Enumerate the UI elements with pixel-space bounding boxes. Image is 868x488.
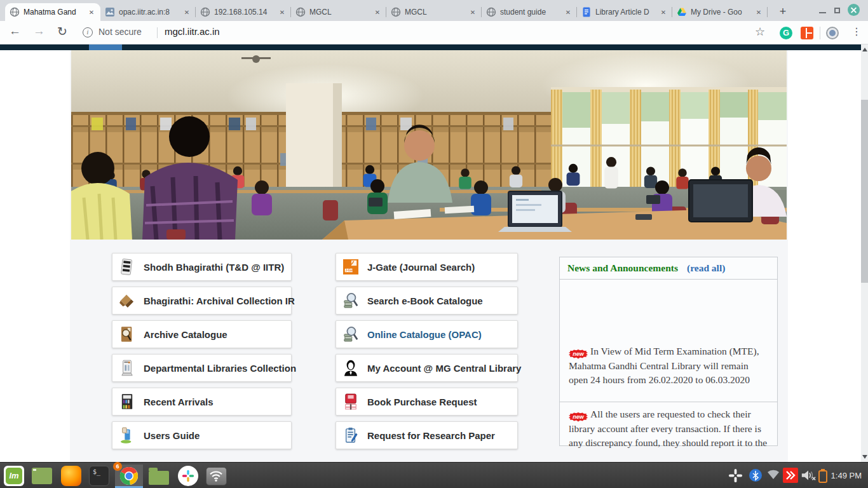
files-launcher[interactable]	[147, 464, 170, 487]
show-desktop-button[interactable]	[31, 464, 53, 487]
bluetooth-icon[interactable]	[749, 468, 763, 485]
news-item: newAll the users are requested to check …	[560, 402, 777, 450]
mint-menu-icon: lm	[4, 466, 24, 486]
tab-title: student guide	[500, 8, 560, 17]
link-card-recent-arrivals[interactable]: Recent Arrivals	[112, 388, 292, 416]
chrome-tab-count-badge: 6	[113, 462, 122, 471]
tab-ip-address[interactable]: 192.168.105.14 ✕	[196, 3, 291, 21]
browser-toolbar: ← → ↻ i Not secure mgcl.iitr.ac.in ☆ G ⋮	[0, 21, 868, 44]
tab-student-guide[interactable]: student guide ✕	[482, 3, 577, 21]
card-label: Shodh Bhagirathi (T&D @ IITR)	[144, 262, 284, 273]
page-scrollbar[interactable]	[861, 44, 868, 462]
tab-close-icon[interactable]: ✕	[659, 9, 668, 16]
slack-tray-icon[interactable]	[728, 468, 743, 485]
link-card-shodh-bhagirathi[interactable]: Shodh Bhagirathi (T&D @ IITR)	[112, 253, 292, 281]
scrollbar-down-arrow-icon[interactable]	[862, 455, 867, 459]
red-grid-extension-icon[interactable]	[801, 27, 813, 39]
forward-icon[interactable]: →	[33, 24, 45, 38]
window-minimize-button[interactable]	[819, 12, 826, 13]
link-card-opac[interactable]: Online Catalogue (OPAC)	[336, 320, 518, 348]
tab-close-icon[interactable]: ✕	[754, 9, 763, 16]
link-card-bhagirathi-archival[interactable]: Bhagirathi: Archival Collection IR	[112, 287, 292, 315]
tab-title: Library Article D	[595, 8, 656, 17]
archive-search-icon	[119, 325, 135, 344]
tab-title: opac.iitr.ac.in:8	[119, 8, 179, 17]
tab-title: My Drive - Goo	[691, 8, 751, 17]
link-card-research-paper-request[interactable]: Request for Research Paper	[336, 421, 518, 449]
security-label[interactable]: Not secure	[98, 27, 142, 37]
taskbar-clock[interactable]: 1:49 PM	[831, 463, 862, 488]
circle-badge-extension-icon[interactable]	[826, 27, 839, 39]
link-card-users-guide[interactable]: Users Guide	[112, 421, 292, 449]
tab-my-drive[interactable]: My Drive - Goo ✕	[672, 3, 768, 21]
desktop-screen: Mahatma Gand ✕ opac.iitr.ac.in:8 ✕ 192.1…	[0, 0, 868, 488]
svg-text:J-Gate: J-Gate	[346, 269, 355, 272]
files-icon	[149, 471, 169, 485]
news-item: newIn View of Mid Term Examination (MTE)…	[560, 280, 777, 402]
person-icon	[342, 358, 359, 377]
globe-icon	[391, 7, 401, 17]
news-panel: News and Announcements (read all) newIn …	[559, 257, 778, 446]
slack-launcher[interactable]	[177, 464, 200, 487]
site-info-icon[interactable]: i	[83, 27, 93, 37]
tab-close-icon[interactable]: ✕	[182, 9, 191, 16]
ribbon-icon	[119, 291, 135, 310]
bookmark-star-icon[interactable]: ☆	[755, 25, 765, 39]
globe-icon	[10, 7, 20, 17]
battery-icon[interactable]	[818, 469, 827, 485]
anydesk-icon[interactable]	[783, 468, 798, 485]
address-bar-url[interactable]: mgcl.iitr.ac.in	[165, 26, 220, 37]
site-navbar-active-item[interactable]	[89, 44, 122, 50]
link-card-jgate[interactable]: J-Gate J-Gate (Journal Search)	[336, 253, 518, 281]
card-label: Online Catalogue (OPAC)	[367, 329, 482, 340]
network-tool-launcher[interactable]	[205, 464, 227, 487]
search-books-icon	[342, 325, 359, 344]
guide-stand-icon	[119, 426, 135, 445]
news-item-text: In View of Mid Term Examination (MTE), M…	[569, 346, 759, 385]
grammarly-icon[interactable]: G	[780, 27, 792, 39]
tab-close-icon[interactable]: ✕	[373, 9, 382, 16]
reload-icon[interactable]: ↻	[57, 24, 67, 39]
link-card-search-ebook[interactable]: Search e-Book Catalogue	[336, 287, 518, 315]
tab-library-article[interactable]: Library Article D ✕	[577, 3, 672, 21]
news-read-all-link[interactable]: (read all)	[687, 262, 725, 274]
window-restore-button[interactable]	[834, 8, 840, 13]
tab-mgcl-1[interactable]: MGCL ✕	[291, 3, 386, 21]
image-icon	[105, 7, 115, 17]
tab-close-icon[interactable]: ✕	[87, 9, 96, 16]
scrollbar-up-arrow-icon[interactable]	[862, 48, 867, 51]
card-label: Departmental Libraries Collection	[144, 363, 296, 374]
url-divider	[157, 27, 158, 38]
link-card-my-account[interactable]: My Account @ MG Central Library	[336, 354, 518, 382]
globe-icon	[486, 7, 496, 17]
kiosk-icon	[119, 358, 135, 377]
taskbar: lm $_ 6	[0, 462, 868, 488]
card-label: My Account @ MG Central Library	[367, 363, 521, 374]
tab-mahatma-gandhi-library[interactable]: Mahatma Gand ✕	[5, 3, 100, 21]
tab-opac[interactable]: opac.iitr.ac.in:8 ✕	[100, 3, 196, 21]
card-label: Archive Catalogue	[144, 329, 227, 340]
terminal-launcher[interactable]: $_	[88, 464, 111, 487]
red-book-icon	[342, 392, 359, 411]
tab-close-icon[interactable]: ✕	[564, 9, 573, 16]
new-badge: new	[569, 349, 588, 359]
mint-menu-button[interactable]: lm	[3, 464, 25, 487]
link-card-book-purchase[interactable]: Book Purchase Request	[336, 388, 518, 416]
globe-icon	[295, 7, 306, 17]
firefox-launcher[interactable]	[60, 464, 83, 487]
tab-close-icon[interactable]: ✕	[468, 9, 477, 16]
clipboard-pencil-icon	[342, 426, 359, 445]
link-card-departmental-libraries[interactable]: Departmental Libraries Collection	[112, 354, 292, 382]
browser-menu-icon[interactable]: ⋮	[851, 25, 862, 37]
new-tab-button[interactable]: +	[774, 4, 792, 19]
scrollbar-thumb[interactable]	[861, 100, 868, 283]
wifi-icon[interactable]	[766, 468, 780, 483]
card-label: Recent Arrivals	[144, 396, 214, 407]
chrome-taskbar-button[interactable]: 6	[115, 464, 143, 487]
tab-mgcl-2[interactable]: MGCL ✕	[386, 3, 482, 21]
volume-muted-icon[interactable]	[801, 468, 816, 485]
window-close-button[interactable]	[848, 4, 860, 16]
link-card-archive-catalogue[interactable]: Archive Catalogue	[112, 320, 292, 348]
back-icon[interactable]: ←	[9, 24, 21, 38]
tab-close-icon[interactable]: ✕	[278, 9, 287, 16]
